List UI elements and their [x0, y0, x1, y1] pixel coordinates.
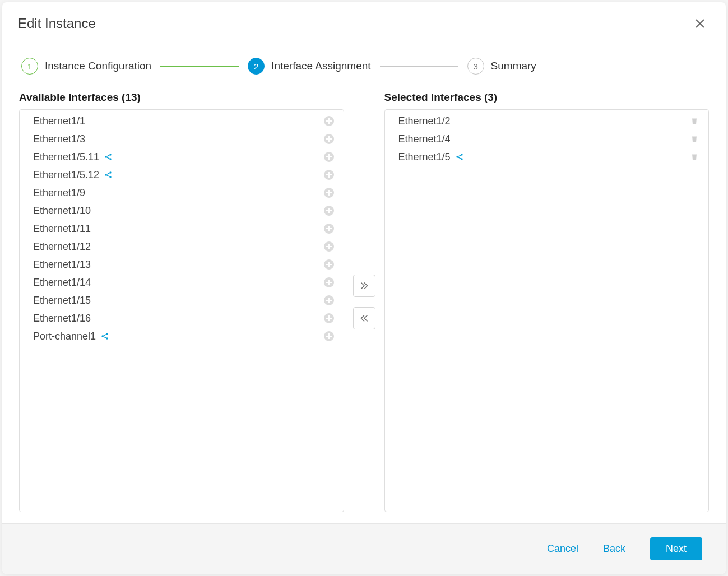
- interface-name: Ethernet1/10: [33, 205, 91, 217]
- close-button[interactable]: [692, 16, 708, 31]
- step-number: 2: [248, 58, 265, 75]
- add-interface-button[interactable]: [323, 223, 335, 234]
- share-icon: [100, 332, 109, 341]
- svg-rect-23: [692, 136, 697, 137]
- interface-name: Ethernet1/2: [398, 115, 451, 127]
- step-number: 1: [21, 58, 38, 75]
- next-button[interactable]: Next: [650, 537, 702, 560]
- remove-interface-button[interactable]: [689, 115, 699, 127]
- add-interface-button[interactable]: [323, 169, 335, 180]
- selected-interface-item[interactable]: Ethernet1/4: [385, 130, 709, 148]
- interface-name: Ethernet1/5.11: [33, 151, 99, 163]
- step-number: 3: [467, 58, 484, 75]
- svg-rect-22: [692, 118, 697, 119]
- transfer-buttons: [353, 275, 375, 329]
- add-interface-button[interactable]: [323, 259, 335, 270]
- available-interface-item[interactable]: Ethernet1/13: [20, 256, 344, 273]
- dialog-footer: Cancel Back Next: [2, 523, 726, 574]
- available-interface-item[interactable]: Port-channel1: [20, 327, 344, 345]
- share-icon: [104, 170, 113, 179]
- interface-assignment-content: Available Interfaces (13) Ethernet1/1Eth…: [2, 91, 726, 523]
- add-interface-button[interactable]: [323, 115, 335, 127]
- interface-name: Ethernet1/4: [398, 133, 451, 145]
- interface-name: Ethernet1/11: [33, 223, 91, 235]
- interface-name: Ethernet1/5: [398, 151, 451, 163]
- interface-name: Ethernet1/3: [33, 133, 85, 145]
- available-interface-item[interactable]: Ethernet1/5.11: [20, 148, 344, 166]
- step-summary[interactable]: 3 Summary: [467, 58, 536, 75]
- interface-name: Ethernet1/13: [33, 259, 91, 271]
- chevrons-right-icon: [358, 280, 370, 292]
- available-panel-wrap: Available Interfaces (13) Ethernet1/1Eth…: [19, 91, 344, 512]
- available-interfaces-list[interactable]: Ethernet1/1Ethernet1/3Ethernet1/5.11Ethe…: [19, 109, 344, 512]
- add-interface-button[interactable]: [323, 187, 335, 198]
- close-icon: [694, 17, 706, 30]
- selected-interface-item[interactable]: Ethernet1/2: [385, 112, 709, 130]
- remove-all-button[interactable]: [353, 307, 375, 329]
- add-interface-button[interactable]: [323, 331, 335, 342]
- share-icon: [455, 152, 464, 161]
- add-interface-button[interactable]: [323, 133, 335, 145]
- add-interface-button[interactable]: [323, 295, 335, 306]
- add-interface-button[interactable]: [323, 313, 335, 324]
- step-label: Instance Configuration: [45, 60, 151, 72]
- available-interface-item[interactable]: Ethernet1/1: [20, 112, 344, 130]
- remove-interface-button[interactable]: [689, 151, 699, 162]
- back-button[interactable]: Back: [603, 543, 625, 555]
- interface-name: Ethernet1/1: [33, 115, 85, 127]
- remove-interface-button[interactable]: [689, 133, 699, 145]
- selected-panel-title: Selected Interfaces (3): [384, 91, 710, 104]
- add-interface-button[interactable]: [323, 151, 335, 162]
- available-interface-item[interactable]: Ethernet1/10: [20, 202, 344, 220]
- step-label: Interface Assignment: [271, 60, 370, 72]
- interface-name: Ethernet1/12: [33, 241, 91, 253]
- selected-panel-wrap: Selected Interfaces (3) Ethernet1/2Ether…: [384, 91, 710, 512]
- available-interface-item[interactable]: Ethernet1/15: [20, 291, 344, 309]
- available-interface-item[interactable]: Ethernet1/16: [20, 309, 344, 327]
- wizard-stepper: 1 Instance Configuration 2 Interface Ass…: [2, 43, 726, 91]
- step-interface-assignment[interactable]: 2 Interface Assignment: [248, 58, 370, 75]
- interface-name: Ethernet1/16: [33, 313, 91, 324]
- chevrons-left-icon: [358, 312, 370, 324]
- available-interface-item[interactable]: Ethernet1/5.12: [20, 166, 344, 184]
- edit-instance-dialog: Edit Instance 1 Instance Configuration 2…: [2, 2, 726, 574]
- svg-rect-27: [692, 154, 697, 155]
- step-instance-configuration[interactable]: 1 Instance Configuration: [21, 58, 151, 75]
- available-interface-item[interactable]: Ethernet1/12: [20, 238, 344, 256]
- selected-interface-item[interactable]: Ethernet1/5: [385, 148, 709, 166]
- interface-name: Ethernet1/14: [33, 277, 91, 289]
- available-panel-title: Available Interfaces (13): [19, 91, 344, 104]
- add-interface-button[interactable]: [323, 241, 335, 252]
- available-interface-item[interactable]: Ethernet1/14: [20, 273, 344, 291]
- add-interface-button[interactable]: [323, 205, 335, 216]
- interface-name: Port-channel1: [33, 331, 96, 342]
- dialog-header: Edit Instance: [2, 2, 726, 43]
- cancel-button[interactable]: Cancel: [547, 543, 578, 555]
- add-interface-button[interactable]: [323, 277, 335, 288]
- available-interface-item[interactable]: Ethernet1/11: [20, 220, 344, 238]
- available-interface-item[interactable]: Ethernet1/3: [20, 130, 344, 148]
- interface-name: Ethernet1/5.12: [33, 169, 99, 181]
- add-all-button[interactable]: [353, 275, 375, 297]
- interface-name: Ethernet1/15: [33, 295, 91, 306]
- share-icon: [104, 152, 113, 161]
- step-connector: [160, 66, 239, 67]
- dialog-title: Edit Instance: [18, 16, 96, 31]
- interface-name: Ethernet1/9: [33, 187, 85, 199]
- selected-interfaces-list[interactable]: Ethernet1/2Ethernet1/4Ethernet1/5: [384, 109, 710, 512]
- step-connector: [380, 66, 458, 67]
- available-interface-item[interactable]: Ethernet1/9: [20, 184, 344, 202]
- step-label: Summary: [491, 60, 536, 72]
